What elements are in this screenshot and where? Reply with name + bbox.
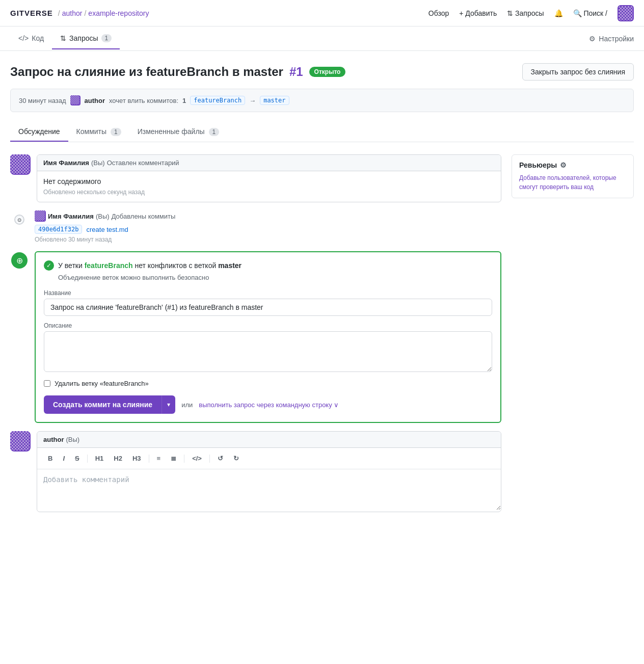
settings-icon: ⚙ [589, 35, 596, 43]
toolbar-ol[interactable]: ≣ [166, 452, 181, 465]
delete-branch-label: Удалить ветку «featureBranch» [55, 380, 149, 387]
commit-author[interactable]: Имя Фамилия [48, 213, 94, 220]
reviewers-title: Ревьюеры ⚙ [519, 161, 626, 169]
settings-link[interactable]: ⚙ Настройки [589, 35, 634, 43]
compose-header: author (Вы) [37, 432, 501, 448]
subnav-tabs: </> Код ⇅ Запросы 1 [10, 28, 120, 49]
commit-time: Обновлено 30 минут назад [35, 236, 501, 243]
tab-commits-badge: 1 [111, 128, 121, 136]
tab-commits-label: Коммиты [76, 127, 107, 136]
toolbar-h2[interactable]: H2 [109, 452, 127, 465]
nav-author[interactable]: author [62, 9, 83, 17]
toolbar-ul[interactable]: ≡ [152, 452, 166, 465]
merge-or-text: или [181, 401, 193, 409]
target-branch-tag[interactable]: master [260, 96, 289, 105]
pr-info-bar: 30 минут назад author хочет влить коммит… [10, 89, 634, 112]
discussion-tabs: Обсуждение Коммиты 1 Измененные файлы 1 [10, 122, 634, 142]
compose-avatar-pattern [10, 431, 30, 450]
commit-hash[interactable]: 490e6d1f32b [35, 225, 82, 234]
comment1-action: Оставлен комментарий [107, 159, 179, 167]
toolbar-italic[interactable]: I [58, 452, 69, 465]
commit-you: (Вы) [96, 213, 110, 220]
reviewers-description: Добавьте пользователей, которые смогут п… [519, 173, 626, 192]
comment1-header: Имя Фамилия (Вы) Оставлен комментарий [37, 155, 501, 171]
merge-target-branch: master [218, 261, 242, 270]
delete-branch-checkbox[interactable] [44, 380, 50, 387]
merge-desc-label: Описание [44, 322, 492, 329]
tab-prs-badge: 1 [101, 34, 112, 42]
toolbar-sep-3 [184, 455, 184, 463]
tab-files-badge: 1 [209, 128, 220, 136]
merge-desc-textarea[interactable] [44, 331, 492, 372]
info-avatar-wrap [70, 95, 81, 105]
user-avatar[interactable] [618, 5, 634, 21]
comment1-avatar [10, 154, 31, 175]
merge-name-input[interactable] [44, 299, 492, 316]
pr-title-text: Запрос на слияние из featureBranch в mas… [10, 65, 283, 79]
compose-textarea[interactable] [37, 469, 501, 510]
nav-bell[interactable]: 🔔 [554, 9, 563, 17]
prs-icon: ⇅ [60, 34, 66, 42]
nav-requests[interactable]: ⇅ Запросы [507, 9, 544, 17]
nav-add[interactable]: + Добавить [459, 9, 497, 17]
tab-code[interactable]: </> Код [10, 28, 52, 49]
toolbar-code[interactable]: </> [187, 452, 206, 465]
comment1-author[interactable]: Имя Фамилия [43, 159, 89, 167]
merge-actions: Создать коммит на слияние ▾ или выполнит… [44, 395, 492, 414]
reviewers-title-text: Ревьюеры [519, 161, 557, 169]
comment-box-1: Имя Фамилия (Вы) Оставлен комментарий Не… [37, 154, 501, 202]
merge-button-group: Создать коммит на слияние ▾ [44, 395, 175, 414]
avatar-pattern [619, 6, 633, 20]
tab-files-label: Измененные файлы [138, 127, 205, 136]
reviewers-panel: Ревьюеры ⚙ Добавьте пользователей, котор… [512, 154, 634, 198]
merge-source-branch: featureBranch [85, 261, 133, 270]
nav-overview[interactable]: Обзор [428, 9, 449, 17]
merge-title: У ветки featureBranch нет конфликтов с в… [58, 261, 242, 270]
compose-box: author (Вы) B I S H1 H2 H3 ≡ ≣ [37, 431, 501, 512]
nav-search[interactable]: 🔍 Поиск / [573, 9, 607, 17]
pr-status-badge: Открыто [309, 67, 346, 77]
merge-icon-wrap: ⊕ [10, 251, 29, 270]
pr-info-author[interactable]: author [85, 97, 105, 104]
tab-files[interactable]: Измененные файлы 1 [129, 122, 228, 142]
topnav-right: Обзор + Добавить ⇅ Запросы 🔔 🔍 Поиск / [428, 5, 634, 21]
tab-code-label: Код [32, 34, 44, 42]
pr-info-text: хочет влить коммитов: [109, 97, 178, 104]
merge-create-button[interactable]: Создать коммит на слияние [44, 395, 162, 414]
toolbar-sep-2 [149, 455, 149, 463]
merge-block: ⊕ ✓ У ветки featureBranch нет конфликтов… [10, 251, 501, 423]
compose-avatar [10, 431, 31, 451]
toolbar-redo[interactable]: ↻ [229, 452, 244, 465]
comment1-text: Нет содержимого [43, 177, 495, 185]
merge-subtitle: Объединение веток можно выполнить безопа… [58, 274, 492, 281]
merge-cli-link[interactable]: выполнить запрос через командную строку … [199, 401, 339, 409]
two-col-layout: Имя Фамилия (Вы) Оставлен комментарий Не… [10, 154, 634, 512]
close-pr-button[interactable]: Закрыть запрос без слияния [522, 63, 634, 81]
merge-name-label: Название [44, 289, 492, 297]
top-navigation: GITVERSE / author / example-repository О… [0, 0, 644, 26]
settings-label: Настройки [599, 35, 634, 43]
comment-thread-1: Имя Фамилия (Вы) Оставлен комментарий Не… [10, 154, 501, 202]
commit-file[interactable]: create test.md [86, 226, 128, 233]
tab-discussion[interactable]: Обсуждение [10, 122, 68, 142]
pr-number: #1 [289, 65, 303, 79]
commit-details: 490e6d1f32b create test.md [35, 225, 501, 234]
nav-repo[interactable]: example-repository [88, 9, 149, 17]
tab-commits[interactable]: Коммиты 1 [68, 122, 129, 142]
pr-commit-count: 1 [182, 97, 186, 104]
commit-avatar [35, 210, 46, 222]
merge-dropdown-button[interactable]: ▾ [162, 395, 175, 414]
compose-author: author [43, 436, 64, 443]
toolbar-h3[interactable]: H3 [128, 452, 146, 465]
tab-prs[interactable]: ⇅ Запросы 1 [52, 28, 120, 49]
toolbar-h1[interactable]: H1 [91, 452, 109, 465]
commit-icon: ⊙ [14, 215, 24, 225]
right-column: Ревьюеры ⚙ Добавьте пользователей, котор… [512, 154, 634, 198]
toolbar-strikethrough[interactable]: S [70, 452, 84, 465]
commit-header: Имя Фамилия (Вы) Добавлены коммиты [35, 210, 501, 222]
toolbar-undo[interactable]: ↺ [213, 452, 228, 465]
gear-icon[interactable]: ⚙ [560, 161, 567, 169]
source-branch-tag[interactable]: featureBranch [190, 96, 245, 105]
compose-you: (Вы) [66, 436, 79, 443]
toolbar-bold[interactable]: B [43, 452, 57, 465]
